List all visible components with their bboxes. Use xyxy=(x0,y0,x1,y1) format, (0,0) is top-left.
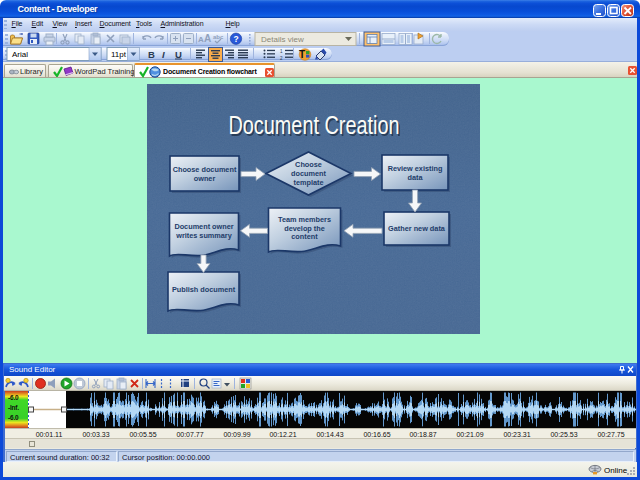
svg-text:owner: owner xyxy=(194,174,216,183)
svg-text:?: ? xyxy=(233,34,238,44)
svg-text:Gather new data: Gather new data xyxy=(388,224,446,233)
svg-text:document: document xyxy=(291,169,326,178)
svg-text:U: U xyxy=(175,49,182,60)
svg-text:Arial: Arial xyxy=(12,50,28,59)
svg-text:A: A xyxy=(204,33,211,44)
svg-text:Choose: Choose xyxy=(295,160,322,169)
svg-text:Review existing: Review existing xyxy=(388,164,443,173)
svg-text:content: content xyxy=(291,232,318,241)
svg-text:template: template xyxy=(293,178,323,187)
svg-text:11pt: 11pt xyxy=(111,50,127,59)
svg-text:Document owner: Document owner xyxy=(174,222,233,231)
svg-text:1: 1 xyxy=(280,49,283,54)
svg-text:B: B xyxy=(148,49,155,60)
svg-text:T: T xyxy=(299,49,305,60)
svg-text:abc: abc xyxy=(213,34,224,40)
svg-text:develop the: develop the xyxy=(284,224,325,233)
svg-text:I: I xyxy=(162,49,165,60)
svg-text:2: 2 xyxy=(280,56,283,61)
svg-text:Publish document: Publish document xyxy=(172,285,236,294)
svg-text:data: data xyxy=(407,173,423,182)
svg-text:Team members: Team members xyxy=(278,215,331,224)
svg-text:writes summary: writes summary xyxy=(175,231,233,240)
svg-text:Document Creation: Document Creation xyxy=(229,110,400,140)
svg-text:Details view: Details view xyxy=(261,35,304,44)
svg-text:Choose document: Choose document xyxy=(173,165,237,174)
